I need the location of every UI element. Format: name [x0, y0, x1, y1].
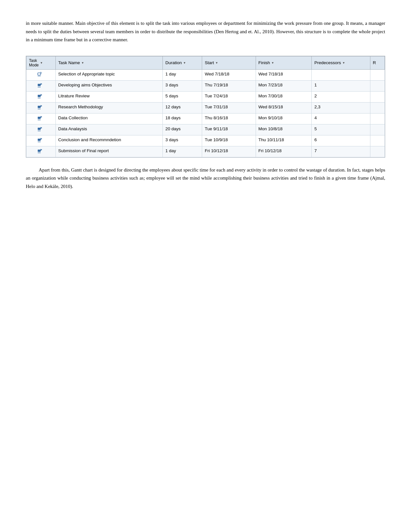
task-mode-icon [37, 95, 44, 100]
table-row: Developing aims Objectives3 daysThu 7/19… [26, 80, 385, 91]
task-predecessors-cell: 1 [312, 80, 370, 91]
col-label-task-name: Task Name [58, 60, 80, 65]
task-duration-cell: 3 days [163, 80, 202, 91]
task-mode-icon [37, 106, 44, 111]
task-r-cell [370, 146, 385, 157]
table-row: Research Methodology12 daysTue 7/31/18We… [26, 102, 385, 113]
task-start-cell: Tue 10/9/18 [202, 135, 256, 146]
table-row: Selection of Appropriate topic1 dayWed 7… [26, 69, 385, 80]
task-mode-icon [37, 139, 44, 144]
intro-paragraph: in more suitable manner. Main objective … [26, 19, 385, 44]
svg-rect-12 [38, 139, 41, 141]
col-header-task-mode[interactable]: Task Mode ▼ [26, 56, 56, 69]
task-finish-cell: Mon 10/8/18 [256, 124, 312, 135]
task-start-cell: Thu 7/19/18 [202, 80, 256, 91]
task-name-cell: Conclusion and Recommndetion [55, 135, 162, 146]
task-r-cell [370, 102, 385, 113]
col-header-duration[interactable]: Duration ▼ [163, 56, 202, 69]
table-row: Data Collection18 daysThu 8/16/18Mon 9/1… [26, 113, 385, 124]
col-header-finish[interactable]: Finish ▼ [256, 56, 312, 69]
sort-icon-task-mode[interactable]: ▼ [40, 61, 43, 64]
col-label-task-mode: Task Mode [29, 58, 39, 67]
col-header-r: R [370, 56, 385, 69]
task-mode-cell [26, 135, 56, 146]
task-duration-cell: 5 days [163, 91, 202, 102]
svg-rect-6 [38, 106, 41, 108]
col-label-finish: Finish [259, 60, 270, 65]
col-header-task-name[interactable]: Task Name ▼ [55, 56, 162, 69]
task-duration-cell: 12 days [163, 102, 202, 113]
task-mode-icon [37, 128, 44, 133]
table-header-row: Task Mode ▼ Task Name ▼ Duration ▼ [26, 56, 385, 69]
task-mode-cell [26, 80, 56, 91]
svg-rect-8 [38, 117, 41, 119]
table-body: Selection of Appropriate topic1 dayWed 7… [26, 69, 385, 157]
col-label-r: R [373, 60, 376, 65]
svg-rect-2 [38, 84, 41, 86]
sort-icon-predecessors[interactable]: ▼ [342, 61, 345, 64]
table-row: Submission of Final report1 dayFri 10/12… [26, 146, 385, 157]
task-mode-cell [26, 102, 56, 113]
sort-icon-task-name[interactable]: ▼ [81, 61, 84, 64]
table-row: Data Analaysis20 daysTue 9/11/18Mon 10/8… [26, 124, 385, 135]
task-duration-cell: 1 day [163, 146, 202, 157]
task-start-cell: Wed 7/18/18 [202, 69, 256, 80]
task-predecessors-cell: 2,3 [312, 102, 370, 113]
svg-rect-0 [38, 73, 41, 75]
sort-icon-finish[interactable]: ▼ [271, 61, 274, 64]
task-mode-icon [37, 117, 44, 122]
task-finish-cell: Wed 7/18/18 [256, 69, 312, 80]
task-r-cell [370, 91, 385, 102]
task-start-cell: Tue 7/31/18 [202, 102, 256, 113]
task-name-cell: Selection of Appropriate topic [55, 69, 162, 80]
task-start-cell: Tue 7/24/18 [202, 91, 256, 102]
gantt-table-wrapper: Task Mode ▼ Task Name ▼ Duration ▼ [26, 56, 385, 158]
task-duration-cell: 18 days [163, 113, 202, 124]
task-finish-cell: Fri 10/12/18 [256, 146, 312, 157]
task-mode-cell [26, 146, 56, 157]
task-mode-cell [26, 124, 56, 135]
task-duration-cell: 20 days [163, 124, 202, 135]
task-duration-cell: 3 days [163, 135, 202, 146]
col-header-start[interactable]: Start ▼ [202, 56, 256, 69]
task-r-cell [370, 80, 385, 91]
svg-rect-4 [38, 95, 41, 97]
task-predecessors-cell [312, 69, 370, 80]
task-finish-cell: Mon 7/30/18 [256, 91, 312, 102]
task-mode-cell [26, 113, 56, 124]
task-start-cell: Thu 8/16/18 [202, 113, 256, 124]
task-r-cell [370, 124, 385, 135]
task-finish-cell: Mon 9/10/18 [256, 113, 312, 124]
task-mode-icon [37, 150, 44, 155]
task-predecessors-cell: 7 [312, 146, 370, 157]
table-row: Litrature Review5 daysTue 7/24/18Mon 7/3… [26, 91, 385, 102]
task-r-cell [370, 69, 385, 80]
task-start-cell: Tue 9/11/18 [202, 124, 256, 135]
table-row: Conclusion and Recommndetion3 daysTue 10… [26, 135, 385, 146]
task-finish-cell: Thu 10/11/18 [256, 135, 312, 146]
col-header-predecessors[interactable]: Predecessors ▼ [312, 56, 370, 69]
task-predecessors-cell: 4 [312, 113, 370, 124]
task-start-cell: Fri 10/12/18 [202, 146, 256, 157]
task-name-cell: Developing aims Objectives [55, 80, 162, 91]
task-r-cell [370, 113, 385, 124]
task-predecessors-cell: 5 [312, 124, 370, 135]
task-mode-icon [37, 84, 44, 89]
task-name-cell: Litrature Review [55, 91, 162, 102]
task-r-cell [370, 135, 385, 146]
sort-icon-duration[interactable]: ▼ [183, 61, 186, 64]
task-duration-cell: 1 day [163, 69, 202, 80]
task-name-cell: Data Collection [55, 113, 162, 124]
col-label-duration: Duration [165, 60, 182, 65]
sort-icon-start[interactable]: ▼ [215, 61, 218, 64]
col-label-start: Start [205, 60, 214, 65]
svg-rect-14 [38, 150, 41, 152]
svg-rect-10 [38, 128, 41, 130]
task-predecessors-cell: 2 [312, 91, 370, 102]
task-predecessors-cell: 6 [312, 135, 370, 146]
gantt-table: Task Mode ▼ Task Name ▼ Duration ▼ [26, 56, 385, 157]
task-finish-cell: Mon 7/23/18 [256, 80, 312, 91]
task-name-cell: Submission of Final report [55, 146, 162, 157]
task-name-cell: Research Methodology [55, 102, 162, 113]
conclusion-paragraph: Apart from this, Gantt chart is designed… [26, 166, 385, 191]
